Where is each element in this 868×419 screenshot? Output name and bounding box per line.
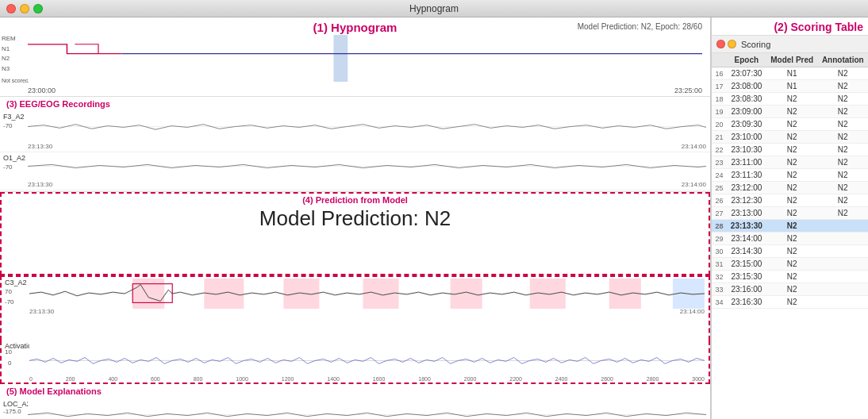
- table-row[interactable]: 25 23:12:00 N2 N2: [712, 182, 868, 194]
- cell-model-pred: N2: [766, 93, 818, 106]
- main-content: (1) Hypnogram Model Prediction: N2, Epoc…: [0, 17, 868, 419]
- cell-epoch: 23:15:30: [727, 271, 766, 283]
- cell-annotation: N2: [818, 131, 868, 144]
- cell-model-pred: N2: [766, 220, 818, 233]
- svg-rect-19: [28, 400, 706, 419]
- col-epoch-num: [712, 53, 727, 67]
- cell-epoch: 23:16:00: [727, 283, 766, 296]
- table-row[interactable]: 30 23:14:30 N2: [712, 245, 868, 258]
- c3-y-min: -70: [5, 298, 14, 306]
- table-row[interactable]: 23 23:11:00 N2 N2: [712, 156, 868, 169]
- table-row[interactable]: 29 23:14:00 N2: [712, 233, 868, 245]
- hypnogram-y-labels: REM N1 N2 N3 Not scored: [2, 35, 29, 85]
- cell-epoch: 23:08:30: [727, 93, 766, 106]
- channel-time-right-f3: 23:14:00: [682, 143, 706, 150]
- cell-model-pred: N2: [766, 131, 818, 144]
- table-row[interactable]: 18 23:08:30 N2 N2: [712, 93, 868, 106]
- eeg-title: (3) EEG/EOG Recordings: [0, 97, 710, 111]
- cell-row-id: 17: [712, 80, 727, 93]
- cell-row-id: 31: [712, 258, 727, 271]
- cell-epoch: 23:08:00: [727, 80, 766, 93]
- scoring-table-container[interactable]: Epoch Model Pred Annotation 16 23:07:30 …: [712, 53, 868, 419]
- scoring-min-btn[interactable]: [728, 40, 736, 48]
- cell-epoch: 23:11:00: [727, 156, 766, 169]
- left-panel: (1) Hypnogram Model Prediction: N2, Epoc…: [0, 17, 711, 419]
- cell-epoch: 23:07:30: [727, 67, 766, 80]
- cell-annotation: [818, 245, 868, 258]
- cell-annotation: [818, 258, 868, 271]
- cell-epoch: 23:12:00: [727, 182, 766, 194]
- cell-row-id: 23: [712, 156, 727, 169]
- cell-epoch: 23:09:00: [727, 106, 766, 118]
- table-row[interactable]: 33 23:16:00 N2: [712, 283, 868, 296]
- channel-value-f3a2: -70: [3, 122, 13, 129]
- cell-model-pred: N2: [766, 271, 818, 283]
- col-epoch: Epoch: [727, 53, 766, 67]
- minimize-button[interactable]: [20, 4, 29, 13]
- cell-annotation: [818, 233, 868, 245]
- hypnogram-chart: [28, 35, 702, 82]
- cell-epoch: 23:14:00: [727, 233, 766, 245]
- scoring-close-btn[interactable]: [716, 40, 725, 48]
- table-row[interactable]: 32 23:15:30 N2: [712, 271, 868, 283]
- hypnogram-title: (1) Hypnogram: [313, 21, 398, 34]
- channel-time-right-o1: 23:14:00: [682, 181, 706, 188]
- scoring-panel-label: Scoring: [741, 40, 770, 49]
- cell-model-pred: N2: [766, 118, 818, 131]
- cell-model-pred: N1: [766, 67, 818, 80]
- right-panel: (2) Scoring Table Scoring Epoch Model Pr…: [711, 17, 868, 419]
- table-row[interactable]: 26 23:12:30 N2 N2: [712, 194, 868, 207]
- cell-epoch: 23:10:30: [727, 144, 766, 156]
- table-row[interactable]: 31 23:15:00 N2: [712, 258, 868, 271]
- cell-row-id: 26: [712, 194, 727, 207]
- cell-model-pred: N2: [766, 144, 818, 156]
- scoring-window-controls[interactable]: [716, 40, 736, 48]
- eeg-section: (3) EEG/EOG Recordings F3_A2 -70 23:13:3…: [0, 97, 710, 192]
- close-button[interactable]: [6, 4, 16, 13]
- cell-row-id: 29: [712, 233, 727, 245]
- prediction-label: (4) Prediction from Model: [2, 194, 709, 205]
- svg-rect-17: [29, 344, 705, 371]
- cell-model-pred: N2: [766, 207, 818, 220]
- title-bar: Hypnogram: [0, 0, 868, 17]
- table-row[interactable]: 19 23:09:00 N2 N2: [712, 106, 868, 118]
- c3-y-max: 70: [5, 288, 12, 295]
- table-row[interactable]: 16 23:07:30 N1 N2: [712, 67, 868, 80]
- c3-label: C3_A2: [5, 279, 27, 286]
- cell-annotation: [818, 220, 868, 233]
- table-row[interactable]: 22 23:10:30 N2 N2: [712, 144, 868, 156]
- table-row[interactable]: 24 23:11:30 N2 N2: [712, 169, 868, 182]
- activation-section: Activation 10 0 020040060080010001200140…: [0, 340, 710, 384]
- eeg-channel-f3a2: F3_A2 -70 23:13:30 23:14:00: [0, 111, 710, 152]
- window-controls[interactable]: [6, 4, 43, 13]
- table-row[interactable]: 27 23:13:00 N2 N2: [712, 207, 868, 220]
- cell-row-id: 27: [712, 207, 727, 220]
- table-row[interactable]: 34 23:16:30 N2: [712, 296, 868, 309]
- cell-annotation: [818, 296, 868, 309]
- cell-model-pred: N2: [766, 233, 818, 245]
- cell-model-pred: N2: [766, 245, 818, 258]
- c3-time-left: 23:13:30: [29, 308, 54, 315]
- table-row[interactable]: 17 23:08:00 N1 N2: [712, 80, 868, 93]
- cell-annotation: N2: [818, 194, 868, 207]
- cell-model-pred: N1: [766, 80, 818, 93]
- table-row[interactable]: 21 23:10:00 N2 N2: [712, 131, 868, 144]
- eeg-c3-section: C3_A2 70: [0, 275, 710, 340]
- table-row[interactable]: 28 23:13:30 N2: [712, 220, 868, 233]
- table-row[interactable]: 20 23:09:30 N2 N2: [712, 118, 868, 131]
- cell-annotation: N2: [818, 169, 868, 182]
- cell-annotation: N2: [818, 93, 868, 106]
- model-prediction-info: Model Prediction: N2, Epoch: 28/60: [578, 22, 702, 31]
- cell-model-pred: N2: [766, 169, 818, 182]
- window-title: Hypnogram: [409, 3, 459, 14]
- cell-row-id: 32: [712, 271, 727, 283]
- cell-row-id: 21: [712, 131, 727, 144]
- hypnogram-x-labels: 23:00:00 23:25:00: [28, 86, 702, 94]
- prediction-value: Model Prediction: N2: [2, 206, 709, 231]
- svg-rect-0: [28, 35, 702, 82]
- cell-model-pred: N2: [766, 194, 818, 207]
- cell-annotation: [818, 283, 868, 296]
- activation-x-labels: 0200400600800100012001400160018002000220…: [29, 376, 705, 382]
- explanations-section: (5) Model Explanations LOC_A2 -175.0 23:…: [0, 384, 710, 419]
- maximize-button[interactable]: [33, 4, 43, 13]
